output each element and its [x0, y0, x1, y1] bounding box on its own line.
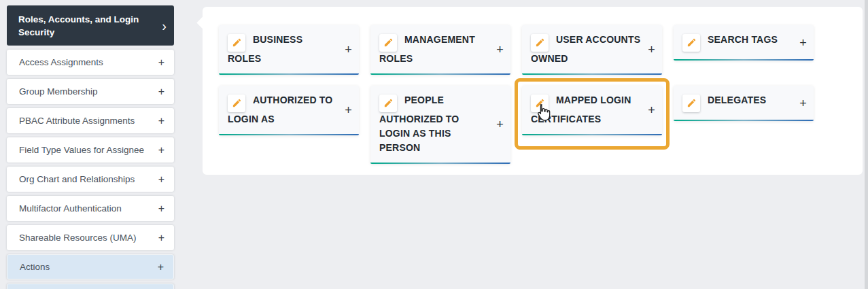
- card-business-roles[interactable]: BUSINESS ROLES +: [219, 25, 359, 75]
- plus-icon[interactable]: +: [799, 35, 807, 50]
- plus-icon[interactable]: +: [648, 103, 655, 118]
- card-authorized-to-login-as[interactable]: AUTHORIZED TO LOGIN AS +: [219, 86, 359, 135]
- card-people-authorized-to-login-as-this-person[interactable]: PEOPLE AUTHORIZED TO LOGIN AS THIS PERSO…: [370, 86, 510, 164]
- sidebar-item-label: Field Type Values for Assignee: [19, 145, 144, 155]
- plus-icon[interactable]: +: [496, 43, 504, 57]
- card-delegates[interactable]: DELEGATES +: [674, 86, 814, 121]
- sidebar-item-label: Group Membership: [19, 86, 98, 97]
- plus-icon[interactable]: +: [158, 115, 164, 127]
- card-label: DELEGATES: [708, 95, 766, 105]
- sidebar-item-org-chart-relationships[interactable]: Org Chart and Relationships +: [7, 167, 174, 192]
- sidebar-item-label: Shareable Resources (UMA): [19, 233, 137, 243]
- edit-pencil-icon[interactable]: [682, 34, 700, 52]
- edit-pencil-icon[interactable]: [682, 95, 700, 112]
- sidebar-item-field-type-values[interactable]: Field Type Values for Assignee +: [7, 137, 174, 163]
- edit-pencil-icon[interactable]: [228, 34, 245, 52]
- card-search-tags[interactable]: SEARCH TAGS +: [674, 25, 814, 61]
- plus-icon[interactable]: +: [648, 43, 655, 57]
- edit-pencil-icon[interactable]: [379, 95, 397, 112]
- sidebar-item-label: PBAC Attribute Assignments: [19, 116, 135, 126]
- edit-pencil-icon[interactable]: [531, 34, 549, 52]
- cards-row-2: AUTHORIZED TO LOGIN AS + PEOPLE AUTHORIZ…: [219, 86, 814, 164]
- sidebar-item-pbac-attribute-assignments[interactable]: PBAC Attribute Assignments +: [7, 108, 174, 133]
- plus-icon[interactable]: +: [496, 118, 504, 132]
- edit-pencil-icon[interactable]: [379, 34, 397, 52]
- sidebar-item-multifactor-authentication[interactable]: Multifactor Authentication +: [7, 196, 174, 221]
- sidebar-item-actions[interactable]: Actions +: [7, 254, 174, 279]
- sidebar-item-label: Access Assignments: [19, 57, 103, 67]
- panel-arrow-notch: [196, 16, 209, 29]
- plus-icon[interactable]: +: [158, 173, 164, 186]
- plus-icon[interactable]: +: [158, 203, 164, 215]
- sidebar: Roles, Accounts, and Login Security › Ac…: [7, 5, 174, 289]
- active-nav-label: Roles, Accounts, and Login Security: [18, 13, 154, 39]
- plus-icon[interactable]: +: [158, 261, 164, 273]
- plus-icon[interactable]: +: [158, 232, 164, 244]
- sidebar-item-access-assignments[interactable]: Access Assignments +: [7, 50, 174, 75]
- content-panel: BUSINESS ROLES + MANAGEMENT ROLES + USER…: [203, 7, 863, 175]
- plus-icon[interactable]: +: [158, 56, 164, 69]
- cards-row-1: BUSINESS ROLES + MANAGEMENT ROLES + USER…: [219, 25, 814, 75]
- plus-icon[interactable]: +: [158, 144, 164, 156]
- page: { "colors": { "page_bg": "#edeef1", "pan…: [0, 0, 868, 289]
- plus-icon[interactable]: +: [158, 86, 164, 98]
- card-mapped-login-certificates[interactable]: MAPPED LOGIN CERTIFICATES +: [522, 86, 662, 135]
- scrollbar-track[interactable]: [865, 0, 868, 289]
- sidebar-item-roles-accounts-login-security[interactable]: Roles, Accounts, and Login Security ›: [7, 5, 174, 46]
- sidebar-item-label: Actions: [20, 262, 50, 272]
- sidebar-item-label: Multifactor Authentication: [19, 203, 122, 214]
- chevron-right-icon: ›: [162, 19, 167, 33]
- card-user-accounts-owned[interactable]: USER ACCOUNTS OWNED +: [522, 25, 662, 75]
- card-management-roles[interactable]: MANAGEMENT ROLES +: [370, 25, 510, 75]
- sidebar-item-partial[interactable]: [7, 284, 174, 289]
- sidebar-item-group-membership[interactable]: Group Membership +: [7, 79, 174, 104]
- sidebar-item-label: Org Chart and Relationships: [19, 174, 135, 184]
- edit-pencil-icon[interactable]: [531, 95, 549, 112]
- sidebar-item-shareable-resources-uma[interactable]: Shareable Resources (UMA) +: [7, 225, 174, 250]
- plus-icon[interactable]: +: [345, 43, 352, 57]
- plus-icon[interactable]: +: [799, 96, 807, 110]
- edit-pencil-icon[interactable]: [228, 95, 245, 112]
- card-label: SEARCH TAGS: [708, 34, 778, 45]
- plus-icon[interactable]: +: [345, 103, 352, 118]
